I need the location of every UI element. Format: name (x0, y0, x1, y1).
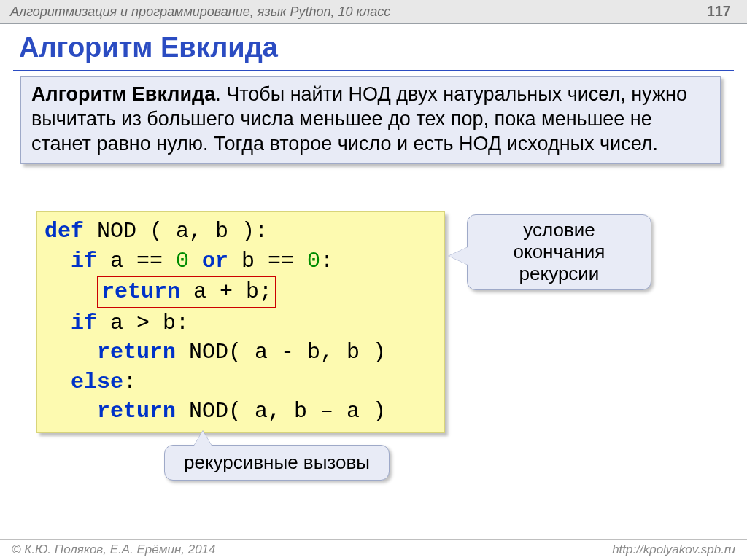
boxed-return: return a + b; (97, 276, 276, 308)
slide: Алгоритмизация и программирование, язык … (0, 0, 747, 560)
colon: : (320, 249, 333, 273)
callout-text: рекурсивные вызовы (184, 451, 370, 473)
footer-copyright: © К.Ю. Поляков, Е.А. Ерёмин, 2014 (12, 542, 216, 557)
kw-def: def (44, 219, 84, 244)
definition-lead: Алгоритм Евклида (31, 83, 215, 105)
kw-or: or (189, 249, 241, 273)
kw-return: return (97, 340, 176, 365)
colon: : (123, 370, 136, 394)
kw-return: return (101, 279, 180, 304)
fn-name: NOD (97, 219, 136, 244)
call2: NOD( a - b, b ) (176, 340, 386, 365)
callout-tail-icon (449, 247, 468, 265)
definition-box: Алгоритм Евклида. Чтобы найти НОД двух н… (20, 76, 721, 164)
footer-bar: © К.Ю. Поляков, Е.А. Ерёмин, 2014 http:/… (0, 539, 747, 560)
page-number: 117 (707, 3, 731, 20)
callout-text: условие окончания рекурсии (514, 219, 605, 284)
num-zero: 0 (307, 249, 320, 273)
kw-return: return (97, 399, 176, 424)
cond2: a > b: (97, 311, 189, 335)
slide-title: Алгоритм Евклида (19, 32, 278, 63)
kw-else: else (71, 370, 123, 394)
footer-url: http://kpolyakov.spb.ru (612, 542, 735, 557)
header-bar: Алгоритмизация и программирование, язык … (0, 0, 747, 24)
fn-args: ( a, b ): (136, 219, 268, 244)
cond1b: b == (241, 249, 307, 273)
callout-termination: условие окончания рекурсии (467, 214, 651, 290)
callout-tail-icon (194, 431, 212, 446)
call3: NOD( a, b – a ) (176, 399, 386, 424)
cond1a: a == (97, 249, 176, 273)
num-zero: 0 (176, 249, 189, 273)
kw-if: if (71, 249, 97, 273)
ret1: a + b; (180, 279, 272, 304)
course-label: Алгоритмизация и программирование, язык … (10, 4, 390, 20)
title-underline (13, 70, 734, 71)
code-block: def NOD ( a, b ): if a == 0 or b == 0: r… (36, 211, 445, 433)
callout-recursive-calls: рекурсивные вызовы (164, 445, 390, 481)
kw-if: if (71, 311, 97, 335)
